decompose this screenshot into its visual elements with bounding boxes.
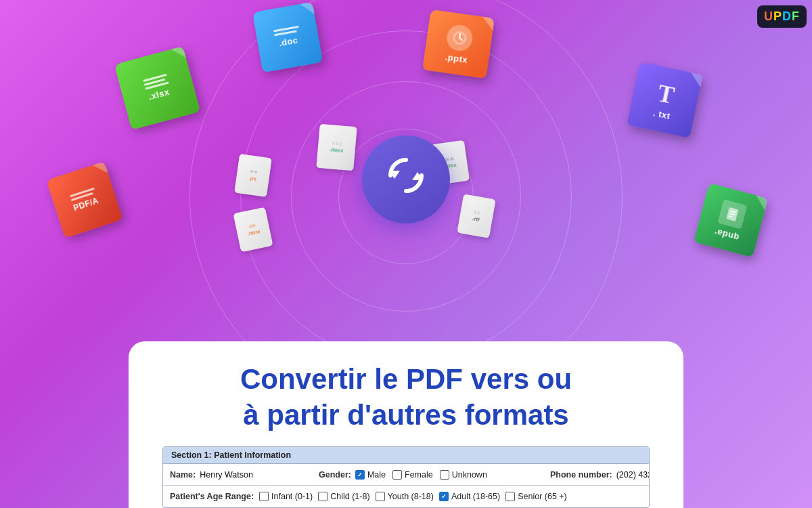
file-icon-txt: T . txt xyxy=(627,62,703,138)
logo-p: P xyxy=(773,9,782,23)
name-cell: Name: Henry Watson xyxy=(163,467,312,483)
gender-male: Male xyxy=(355,470,386,480)
file-icon-docx-small: ≡ ≡ ≡ .docx xyxy=(316,124,357,171)
checkbox-senior[interactable] xyxy=(505,492,515,501)
file-icon-doc: .doc xyxy=(252,2,323,72)
gender-group: Male Female Unknown xyxy=(355,470,487,480)
phone-cell: Phone number: (202) 432 - 9505 xyxy=(542,467,650,483)
logo-u: U xyxy=(764,9,773,23)
age-child: Child (1-8) xyxy=(318,492,369,501)
checkbox-unknown[interactable] xyxy=(440,470,449,480)
logo-d: D xyxy=(782,9,792,23)
file-icon-pptx: .pptx xyxy=(422,9,495,79)
age-adult: Adult (18-65) xyxy=(439,492,500,501)
logo-f: F xyxy=(792,9,800,23)
checkbox-youth[interactable] xyxy=(376,492,385,501)
age-senior: Senior (65 +) xyxy=(505,492,567,501)
file-icon-epub: .epub xyxy=(694,183,768,257)
checkbox-adult[interactable] xyxy=(439,492,449,501)
checkbox-child[interactable] xyxy=(318,492,328,501)
convert-icon xyxy=(385,154,427,205)
doc-row-age: Patient's Age Range: Infant (0-1) Child … xyxy=(163,486,649,507)
checkbox-female[interactable] xyxy=(392,470,402,480)
doc-row-name-gender-phone: Name: Henry Watson Gender: Male Female xyxy=(163,464,649,486)
age-infant: Infant (0-1) xyxy=(259,492,313,501)
section-header: Section 1: Patient Information xyxy=(163,447,649,464)
age-cell: Patient's Age Range: Infant (0-1) Child … xyxy=(163,488,574,505)
document-preview: Section 1: Patient Information Name: Hen… xyxy=(162,446,650,508)
age-youth: Youth (8-18) xyxy=(376,492,434,501)
gender-unknown: Unknown xyxy=(440,470,487,480)
gender-female: Female xyxy=(392,470,433,480)
gender-cell: Gender: Male Female Unknown xyxy=(312,467,542,483)
file-icon-pdfa: PDF/A xyxy=(46,161,122,238)
main-content-card: Convertir le PDF vers ou à partir d'autr… xyxy=(129,341,683,508)
checkbox-male[interactable] xyxy=(355,470,365,480)
convert-button[interactable] xyxy=(362,135,450,224)
checkbox-infant[interactable] xyxy=(259,492,269,501)
updf-logo: UPDF xyxy=(757,5,807,28)
file-icon-rtf-small: ≡ ≡ .rtf xyxy=(457,194,495,238)
hero-title: Convertir le PDF vers ou à partir d'autr… xyxy=(162,362,650,433)
file-icon-ps-small: ≡ ≡ .ps xyxy=(234,154,272,197)
